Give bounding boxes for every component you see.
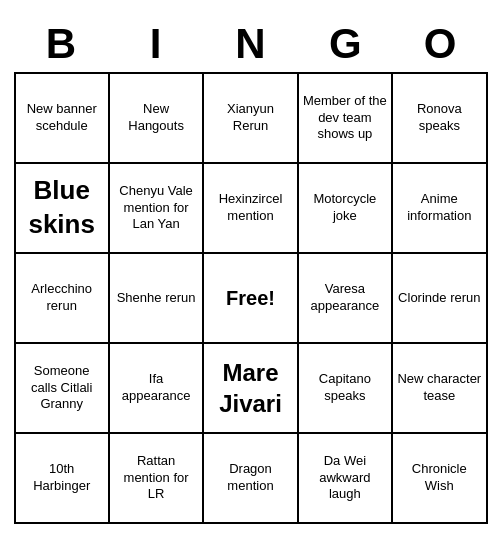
title-letter: G bbox=[300, 20, 390, 68]
title-letter: I bbox=[111, 20, 201, 68]
bingo-cell: Rattan mention for LR bbox=[110, 434, 204, 524]
bingo-cell: Varesa appearance bbox=[299, 254, 393, 344]
bingo-cell: Mare Jivari bbox=[204, 344, 298, 434]
bingo-cell: Someone calls Citlali Granny bbox=[16, 344, 110, 434]
bingo-cell: Arlecchino rerun bbox=[16, 254, 110, 344]
title-letter: B bbox=[16, 20, 106, 68]
bingo-cell: Chenyu Vale mention for Lan Yan bbox=[110, 164, 204, 254]
bingo-cell: New character tease bbox=[393, 344, 487, 434]
bingo-card: BINGO New banner scehduleNew HangoutsXia… bbox=[6, 12, 496, 532]
title-letter: O bbox=[395, 20, 485, 68]
bingo-cell: Hexinzircel mention bbox=[204, 164, 298, 254]
bingo-cell: Shenhe rerun bbox=[110, 254, 204, 344]
bingo-cell: Ifa appearance bbox=[110, 344, 204, 434]
bingo-cell: Chronicle Wish bbox=[393, 434, 487, 524]
bingo-title: BINGO bbox=[14, 20, 488, 68]
title-letter: N bbox=[205, 20, 295, 68]
bingo-cell: New banner scehdule bbox=[16, 74, 110, 164]
bingo-cell: Dragon mention bbox=[204, 434, 298, 524]
bingo-cell: Capitano speaks bbox=[299, 344, 393, 434]
bingo-cell: Xianyun Rerun bbox=[204, 74, 298, 164]
bingo-cell: Clorinde rerun bbox=[393, 254, 487, 344]
bingo-cell: Da Wei awkward laugh bbox=[299, 434, 393, 524]
bingo-cell: Anime information bbox=[393, 164, 487, 254]
bingo-cell: 10th Harbinger bbox=[16, 434, 110, 524]
bingo-grid: New banner scehduleNew HangoutsXianyun R… bbox=[14, 72, 488, 524]
bingo-cell: Free! bbox=[204, 254, 298, 344]
bingo-cell: Blue skins bbox=[16, 164, 110, 254]
bingo-cell: Member of the dev team shows up bbox=[299, 74, 393, 164]
bingo-cell: Ronova speaks bbox=[393, 74, 487, 164]
bingo-cell: Motorcycle joke bbox=[299, 164, 393, 254]
bingo-cell: New Hangouts bbox=[110, 74, 204, 164]
